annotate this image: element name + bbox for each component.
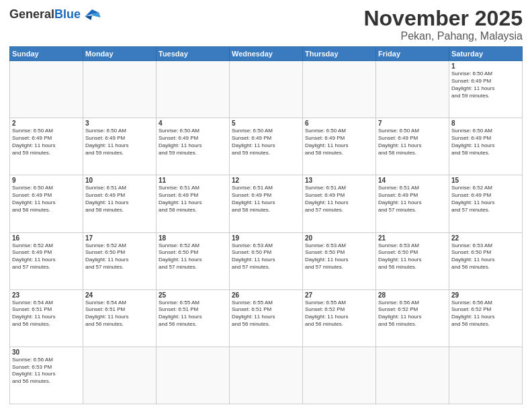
calendar-subtitle: Pekan, Pahang, Malaysia [363, 30, 523, 42]
day-info: Sunrise: 6:53 AMSunset: 6:50 PMDaylight:… [232, 242, 300, 271]
day-info: Sunrise: 6:50 AMSunset: 6:49 PMDaylight:… [159, 128, 227, 156]
day-number: 14 [378, 177, 447, 184]
logo-blue: Blue [54, 7, 81, 21]
day-info: Sunrise: 6:53 AMSunset: 6:50 PMDaylight:… [305, 242, 373, 271]
day-info: Sunrise: 6:50 AMSunset: 6:49 PMDaylight:… [451, 71, 520, 99]
day-info: Sunrise: 6:56 AMSunset: 6:52 PMDaylight:… [378, 300, 447, 328]
page: GeneralBlue November 2025 Pekan, Pahang,… [0, 0, 532, 411]
calendar-day-cell: 28Sunrise: 6:56 AMSunset: 6:52 PMDayligh… [376, 289, 449, 347]
day-number: 1 [451, 62, 520, 70]
day-number: 30 [12, 349, 81, 356]
calendar-day-cell: 5Sunrise: 6:50 AMSunset: 6:49 PMDaylight… [230, 118, 303, 175]
weekday-header-thursday: Thursday [303, 47, 376, 61]
calendar-day-cell [303, 61, 376, 118]
calendar-day-cell: 9Sunrise: 6:50 AMSunset: 6:49 PMDaylight… [10, 175, 83, 232]
calendar-day-cell: 25Sunrise: 6:55 AMSunset: 6:51 PMDayligh… [157, 289, 230, 347]
day-info: Sunrise: 6:56 AMSunset: 6:52 PMDaylight:… [451, 300, 520, 328]
calendar-day-cell: 27Sunrise: 6:55 AMSunset: 6:52 PMDayligh… [303, 289, 376, 347]
day-info: Sunrise: 6:50 AMSunset: 6:49 PMDaylight:… [12, 128, 81, 156]
logo-general: General [9, 7, 54, 21]
day-info: Sunrise: 6:50 AMSunset: 6:49 PMDaylight:… [305, 128, 373, 156]
logo-text: GeneralBlue [9, 7, 101, 21]
calendar-day-cell [157, 347, 230, 404]
day-number: 29 [451, 291, 520, 299]
day-number: 17 [85, 234, 154, 242]
calendar-day-cell: 3Sunrise: 6:50 AMSunset: 6:49 PMDaylight… [83, 118, 157, 175]
calendar-day-cell: 16Sunrise: 6:52 AMSunset: 6:49 PMDayligh… [10, 232, 83, 289]
day-number: 3 [85, 120, 154, 127]
day-info: Sunrise: 6:51 AMSunset: 6:49 PMDaylight:… [159, 185, 227, 214]
calendar-day-cell: 15Sunrise: 6:52 AMSunset: 6:49 PMDayligh… [449, 175, 523, 232]
day-number: 6 [305, 120, 373, 127]
day-number: 10 [85, 177, 154, 184]
day-number: 19 [232, 234, 300, 242]
calendar-day-cell: 13Sunrise: 6:51 AMSunset: 6:49 PMDayligh… [303, 175, 376, 232]
logo: GeneralBlue [9, 7, 101, 21]
calendar-body: 1Sunrise: 6:50 AMSunset: 6:49 PMDaylight… [10, 61, 523, 404]
calendar-day-cell [230, 347, 303, 404]
day-info: Sunrise: 6:50 AMSunset: 6:49 PMDaylight:… [12, 185, 81, 214]
day-info: Sunrise: 6:50 AMSunset: 6:49 PMDaylight:… [451, 128, 520, 156]
day-number: 4 [159, 120, 227, 127]
calendar-day-cell: 12Sunrise: 6:51 AMSunset: 6:49 PMDayligh… [230, 175, 303, 232]
calendar-day-cell [157, 61, 230, 118]
calendar-day-cell: 7Sunrise: 6:50 AMSunset: 6:49 PMDaylight… [376, 118, 449, 175]
day-info: Sunrise: 6:53 AMSunset: 6:50 PMDaylight:… [378, 242, 447, 271]
logo-bird-icon [83, 7, 101, 21]
calendar-day-cell: 8Sunrise: 6:50 AMSunset: 6:49 PMDaylight… [449, 118, 523, 175]
calendar-day-cell [83, 347, 157, 404]
calendar-header: SundayMondayTuesdayWednesdayThursdayFrid… [10, 47, 523, 61]
day-number: 24 [85, 291, 154, 299]
calendar-day-cell: 29Sunrise: 6:56 AMSunset: 6:52 PMDayligh… [449, 289, 523, 347]
day-info: Sunrise: 6:52 AMSunset: 6:49 PMDaylight:… [451, 185, 520, 214]
weekday-header-wednesday: Wednesday [230, 47, 303, 61]
calendar-day-cell: 24Sunrise: 6:54 AMSunset: 6:51 PMDayligh… [83, 289, 157, 347]
calendar-day-cell: 14Sunrise: 6:51 AMSunset: 6:49 PMDayligh… [376, 175, 449, 232]
weekday-header-friday: Friday [376, 47, 449, 61]
calendar-day-cell: 26Sunrise: 6:55 AMSunset: 6:51 PMDayligh… [230, 289, 303, 347]
calendar-day-cell: 30Sunrise: 6:56 AMSunset: 6:53 PMDayligh… [10, 347, 83, 404]
calendar-day-cell [230, 61, 303, 118]
weekday-header-saturday: Saturday [449, 47, 523, 61]
day-number: 26 [232, 291, 300, 299]
calendar-day-cell: 21Sunrise: 6:53 AMSunset: 6:50 PMDayligh… [376, 232, 449, 289]
calendar-day-cell [10, 61, 83, 118]
day-info: Sunrise: 6:55 AMSunset: 6:52 PMDaylight:… [305, 300, 373, 328]
calendar-day-cell: 10Sunrise: 6:51 AMSunset: 6:49 PMDayligh… [83, 175, 157, 232]
day-number: 21 [378, 234, 447, 242]
calendar-day-cell: 11Sunrise: 6:51 AMSunset: 6:49 PMDayligh… [157, 175, 230, 232]
day-info: Sunrise: 6:50 AMSunset: 6:49 PMDaylight:… [378, 128, 447, 156]
day-number: 20 [305, 234, 373, 242]
calendar-day-cell [83, 61, 157, 118]
day-info: Sunrise: 6:54 AMSunset: 6:51 PMDaylight:… [12, 300, 81, 328]
calendar-day-cell: 2Sunrise: 6:50 AMSunset: 6:49 PMDaylight… [10, 118, 83, 175]
day-number: 22 [451, 234, 520, 242]
day-number: 18 [159, 234, 227, 242]
svg-marker-2 [85, 15, 93, 20]
calendar-week-row: 23Sunrise: 6:54 AMSunset: 6:51 PMDayligh… [10, 289, 523, 347]
day-number: 23 [12, 291, 81, 299]
calendar-day-cell [376, 61, 449, 118]
calendar-day-cell: 18Sunrise: 6:52 AMSunset: 6:50 PMDayligh… [157, 232, 230, 289]
weekday-header-tuesday: Tuesday [157, 47, 230, 61]
day-info: Sunrise: 6:52 AMSunset: 6:50 PMDaylight:… [85, 242, 154, 271]
day-info: Sunrise: 6:56 AMSunset: 6:53 PMDaylight:… [12, 357, 81, 385]
day-info: Sunrise: 6:55 AMSunset: 6:51 PMDaylight:… [159, 300, 227, 328]
day-number: 13 [305, 177, 373, 184]
calendar-day-cell: 4Sunrise: 6:50 AMSunset: 6:49 PMDaylight… [157, 118, 230, 175]
day-number: 15 [451, 177, 520, 184]
day-info: Sunrise: 6:51 AMSunset: 6:49 PMDaylight:… [85, 185, 154, 214]
header: GeneralBlue November 2025 Pekan, Pahang,… [9, 7, 523, 42]
calendar-day-cell: 19Sunrise: 6:53 AMSunset: 6:50 PMDayligh… [230, 232, 303, 289]
calendar-table: SundayMondayTuesdayWednesdayThursdayFrid… [9, 46, 523, 404]
day-number: 9 [12, 177, 81, 184]
day-number: 25 [159, 291, 227, 299]
day-number: 8 [451, 120, 520, 127]
calendar-day-cell: 20Sunrise: 6:53 AMSunset: 6:50 PMDayligh… [303, 232, 376, 289]
weekday-header-sunday: Sunday [10, 47, 83, 61]
weekday-header-row: SundayMondayTuesdayWednesdayThursdayFrid… [10, 47, 523, 61]
calendar-week-row: 2Sunrise: 6:50 AMSunset: 6:49 PMDaylight… [10, 118, 523, 175]
day-info: Sunrise: 6:55 AMSunset: 6:51 PMDaylight:… [232, 300, 300, 328]
weekday-header-monday: Monday [83, 47, 157, 61]
day-number: 27 [305, 291, 373, 299]
